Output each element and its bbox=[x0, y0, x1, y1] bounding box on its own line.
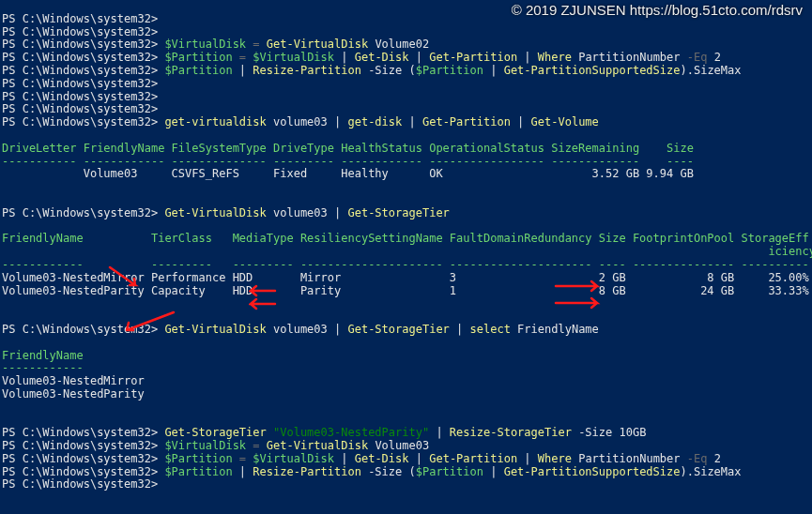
cmdlet: Get-StorageTier bbox=[347, 206, 449, 219]
pipe: | bbox=[517, 452, 538, 465]
cmdlet: Where bbox=[538, 452, 572, 465]
pipe: | bbox=[233, 465, 253, 478]
variable: $Partition bbox=[164, 51, 232, 64]
op: = bbox=[233, 51, 253, 64]
pipe: | bbox=[483, 64, 504, 77]
table-separator: ------------ bbox=[2, 361, 84, 374]
cmdlet: Get-Volume bbox=[531, 115, 599, 128]
cmdlet: Resize-StorageTier bbox=[450, 426, 572, 439]
prompt-line: PS C:\Windows\system32> bbox=[2, 323, 164, 336]
table-header: DriveLetter FriendlyName FileSystemType … bbox=[2, 142, 694, 155]
prompt-line: PS C:\Windows\system32> bbox=[2, 452, 164, 465]
powershell-console[interactable]: PS C:\Windows\system32> PS C:\Windows\sy… bbox=[0, 0, 812, 491]
arg: -Size ( bbox=[361, 64, 416, 77]
cmdlet: Get-Disk bbox=[355, 51, 409, 64]
arg: -Size ( bbox=[361, 465, 416, 478]
arg bbox=[267, 426, 273, 439]
cmdlet: get-disk bbox=[347, 115, 402, 128]
arg: -Size 10GB bbox=[572, 426, 646, 439]
cmdlet: Get-Partition bbox=[422, 115, 511, 128]
table-row: Volume03-NestedMirror bbox=[2, 374, 145, 387]
prompt-line: PS C:\Windows\system32> bbox=[2, 206, 164, 219]
cmdlet: Get-Partition bbox=[429, 51, 517, 64]
pipe: | bbox=[334, 51, 355, 64]
prompt-line: PS C:\Windows\system32> bbox=[2, 426, 164, 439]
pipe: | bbox=[409, 51, 430, 64]
cmdlet: Get-VirtualDisk bbox=[164, 206, 266, 219]
prompt-line: PS C:\Windows\system32> bbox=[2, 51, 164, 64]
op: = bbox=[233, 452, 253, 465]
cmdlet: Get-StorageTier bbox=[347, 323, 449, 336]
table-row: Volume03-NestedParity bbox=[2, 387, 145, 401]
variable: $VirtualDisk bbox=[164, 38, 246, 51]
arg: volume03 | bbox=[267, 206, 348, 219]
pipe: | bbox=[409, 452, 430, 465]
cmdlet: Get-StorageTier bbox=[164, 426, 266, 439]
cmdlet: get-virtualdisk bbox=[164, 115, 266, 128]
op: = bbox=[246, 38, 267, 51]
cmdlet: select bbox=[470, 323, 511, 336]
arg: 2 bbox=[707, 452, 720, 465]
arg: PartitionNumber bbox=[572, 452, 687, 465]
table-separator: ------------ --------- --------- -------… bbox=[2, 258, 809, 271]
variable: $VirtualDisk bbox=[164, 439, 246, 452]
arg: volume03 | bbox=[267, 323, 348, 336]
arg: ).SizeMax bbox=[681, 64, 742, 77]
pipe: | bbox=[233, 64, 253, 77]
variable: $Partition bbox=[164, 452, 232, 465]
table-header: iciency bbox=[2, 245, 812, 258]
pipe: | bbox=[429, 426, 450, 439]
prompt-line: PS C:\Windows\system32> bbox=[2, 477, 158, 491]
prompt-line: PS C:\Windows\system32> bbox=[2, 12, 158, 25]
arg: FriendlyName bbox=[511, 323, 599, 336]
arg: PartitionNumber bbox=[572, 51, 687, 64]
prompt-line: PS C:\Windows\system32> bbox=[2, 115, 164, 128]
prompt-line: PS C:\Windows\system32> bbox=[2, 465, 164, 478]
cmdlet: Get-VirtualDisk bbox=[164, 323, 266, 336]
table-row: Volume03-NestedMirror Performance HDD Mi… bbox=[2, 271, 809, 284]
cmdlet: Where bbox=[538, 51, 572, 64]
op: -Eq bbox=[687, 452, 708, 465]
table-header: FriendlyName bbox=[2, 349, 84, 362]
cmdlet: Resize-Partition bbox=[253, 64, 361, 77]
table-row: Volume03 CSVFS_ReFS Fixed Healthy OK 3.5… bbox=[2, 167, 694, 180]
cmdlet: Get-VirtualDisk bbox=[267, 38, 368, 51]
variable: $VirtualDisk bbox=[253, 51, 334, 64]
cmdlet: Resize-Partition bbox=[253, 465, 361, 478]
prompt-line: PS C:\Windows\system32> bbox=[2, 77, 158, 90]
pipe: | bbox=[450, 323, 470, 336]
arg: 2 bbox=[707, 51, 720, 64]
cmdlet: Get-VirtualDisk bbox=[267, 439, 368, 452]
prompt-line: PS C:\Windows\system32> bbox=[2, 25, 158, 38]
prompt-line: PS C:\Windows\system32> bbox=[2, 439, 164, 452]
prompt-line: PS C:\Windows\system32> bbox=[2, 90, 158, 103]
arg: Volume03 bbox=[368, 439, 429, 452]
op: = bbox=[246, 439, 267, 452]
table-header: FriendlyName TierClass MediaType Resilie… bbox=[2, 232, 809, 245]
arg: ).SizeMax bbox=[681, 465, 742, 478]
pipe: | bbox=[483, 465, 504, 478]
pipe: | bbox=[334, 452, 355, 465]
variable: $Partition bbox=[164, 465, 232, 478]
arg: volume03 | bbox=[267, 115, 348, 128]
prompt-line: PS C:\Windows\system32> bbox=[2, 102, 158, 115]
variable: $VirtualDisk bbox=[253, 452, 334, 465]
cmdlet: Get-Partition bbox=[429, 452, 517, 465]
arg: Volume02 bbox=[368, 38, 429, 51]
cmdlet: Get-PartitionSupportedSize bbox=[504, 465, 681, 478]
op: -Eq bbox=[687, 51, 708, 64]
table-row: Volume03-NestedParity Capacity HDD Parit… bbox=[2, 284, 809, 297]
variable: $Partition bbox=[164, 64, 232, 77]
prompt-line: PS C:\Windows\system32> bbox=[2, 38, 164, 51]
pipe: | bbox=[517, 51, 538, 64]
string-arg: "Volume03-NestedParity" bbox=[273, 426, 429, 439]
variable: $Partition bbox=[416, 64, 483, 77]
prompt-line: PS C:\Windows\system32> bbox=[2, 64, 164, 77]
table-separator: ----------- ------------ -------------- … bbox=[2, 155, 694, 168]
cmdlet: Get-Disk bbox=[355, 452, 409, 465]
pipe: | bbox=[511, 115, 531, 128]
cmdlet: Get-PartitionSupportedSize bbox=[504, 64, 681, 77]
pipe: | bbox=[402, 115, 422, 128]
variable: $Partition bbox=[416, 465, 483, 478]
